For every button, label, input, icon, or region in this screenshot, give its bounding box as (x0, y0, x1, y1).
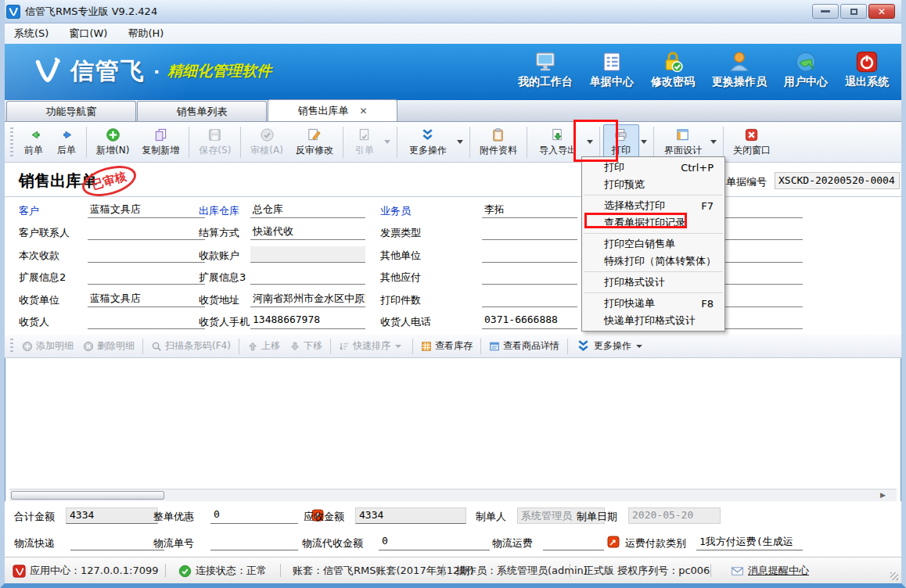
toolbar-button-13[interactable]: 关闭窗口 (727, 124, 777, 160)
tab-2[interactable]: 销售出库单✕ (268, 99, 397, 121)
tab-1[interactable]: 销售单列表 (137, 101, 267, 121)
docno-label: 单据编号 (726, 175, 767, 189)
app-icon (6, 5, 20, 19)
menu-item-1[interactable]: 窗口(W) (69, 27, 107, 41)
statusbar-text[interactable]: 消息提醒中心 (748, 564, 809, 578)
toolbar-button-label: 引单 (355, 144, 374, 157)
toolbar-button-2[interactable]: 新增(N) (90, 124, 135, 160)
banner-nav-document-list[interactable]: 单据中心 (585, 48, 638, 91)
footer-input-9[interactable]: 1我方付运费(生成运 (696, 534, 803, 550)
menu-item-label: 打印预览 (604, 177, 645, 192)
field-input-17[interactable]: 0371-6666888 (482, 313, 577, 329)
field-input-10[interactable] (250, 268, 365, 285)
print-menu-item-7[interactable]: 打印快递单F8 (582, 295, 724, 312)
field-input-2[interactable]: 李拓 (482, 202, 577, 218)
field-label-0: 客户 (19, 204, 39, 218)
detail-button-label: 添加明细 (36, 339, 74, 353)
minimize-button[interactable] (812, 4, 839, 19)
scrollbar-thumb[interactable] (11, 491, 164, 500)
toolbar-button-12[interactable]: 界面设计 (657, 124, 709, 160)
horizontal-scrollbar[interactable]: ▶ (9, 489, 897, 501)
chevron-down-icon[interactable] (587, 140, 593, 144)
banner-nav-power[interactable]: 退出系统 (840, 48, 893, 91)
toolbar-separator (397, 127, 397, 158)
field-input-4[interactable]: 快递代收 (250, 224, 365, 240)
field-input-3[interactable] (88, 224, 205, 240)
footer-input-7[interactable]: 0 (379, 534, 490, 550)
toolbar-button-6[interactable]: 反审修改 (289, 124, 340, 160)
doc-ref-icon (357, 127, 372, 142)
close-button[interactable]: ✕ (868, 4, 895, 19)
monitor-icon (534, 50, 557, 74)
field-input-12[interactable]: 蓝猫文具店 (88, 291, 205, 307)
print-menu-item-0[interactable]: 打印Ctrl+P (582, 159, 724, 176)
banner-nav-user[interactable]: 更换操作员 (707, 48, 771, 91)
chevron-down-icon[interactable] (641, 140, 647, 144)
toolbar-button-8[interactable]: 更多操作 (401, 124, 455, 160)
modify-value-icon[interactable] (607, 536, 620, 548)
document-number-field[interactable]: XSCKD-20200520-0004 (775, 172, 900, 189)
title-bar: 信管飞RMS专业版 V9.2.424 ✕ (0, 0, 906, 23)
field-input-9[interactable] (88, 268, 205, 285)
statusbar-item-5[interactable]: 消息提醒中心 (731, 564, 809, 578)
menu-separator (584, 195, 723, 195)
field-input-16[interactable]: 13488667978 (250, 313, 365, 329)
detail-toolbar-button-8[interactable]: 更多操作 (571, 336, 650, 356)
detail-toolbar-button-6[interactable]: 查看库存 (416, 337, 477, 355)
field-input-15[interactable] (88, 313, 205, 329)
toolbar-button-1[interactable]: 后单 (50, 124, 83, 160)
toolbar-button-11[interactable]: 打印 (603, 124, 639, 160)
print-menu-item-3[interactable]: 查看单据打印记录 (582, 214, 724, 231)
maximize-button[interactable] (840, 4, 867, 19)
scroll-right-arrow[interactable]: ▶ (880, 491, 886, 499)
menu-item-2[interactable]: 帮助(H) (128, 27, 164, 41)
banner-nav-monitor[interactable]: 我的工作台 (513, 48, 577, 91)
menu-item-label: 打印格式设计 (604, 275, 665, 289)
tab-label: 功能导航窗 (46, 105, 97, 119)
print-menu-item-2[interactable]: 选择格式打印F7 (582, 197, 724, 214)
menu-item-label: 打印快递单 (604, 296, 655, 310)
footer-input-5[interactable] (70, 534, 164, 550)
banner-nav-lock[interactable]: 修改密码 (646, 48, 699, 91)
banner-nav-globe[interactable]: 用户中心 (779, 48, 832, 91)
field-input-7[interactable] (250, 246, 365, 263)
print-menu-item-1[interactable]: 打印预览 (582, 176, 724, 193)
field-input-11[interactable] (482, 268, 577, 285)
chevron-down-icon[interactable] (710, 140, 717, 144)
field-input-1[interactable]: 总仓库 (250, 202, 365, 218)
field-input-14[interactable] (482, 291, 577, 307)
footer-label-2: 应收金额 (304, 510, 344, 524)
field-input-0[interactable]: 蓝猫文具店 (88, 202, 205, 218)
plus-circle-icon (106, 127, 120, 142)
toolbar-button-9[interactable]: 附件资料 (473, 124, 523, 160)
footer-input-2: 4334 (355, 507, 466, 524)
menu-item-0[interactable]: 系统(S) (14, 27, 49, 41)
statusbar-separator (710, 564, 711, 577)
arrow-left-icon (27, 127, 41, 142)
toolbar-separator (239, 339, 239, 354)
resize-grip[interactable] (890, 572, 898, 580)
field-label-16: 收货人手机 (199, 315, 250, 329)
toolbar-button-label: 保存(S) (199, 144, 231, 157)
brand-banner: 信管飞 · 精细化管理软件 我的工作台单据中心修改密码更换操作员用户中心退出系统 (5, 44, 901, 100)
statusbar-item-1: 连接状态：正常 (178, 564, 267, 578)
chevron-down-icon[interactable] (457, 140, 463, 144)
field-input-8[interactable] (482, 246, 577, 263)
footer-input-8[interactable] (543, 534, 604, 550)
toolbar-button-10[interactable]: 导入导出 (530, 124, 585, 160)
toolbar-button-0[interactable]: 前单 (17, 124, 50, 160)
footer-input-6[interactable] (210, 534, 298, 550)
statusbar-separator (280, 564, 281, 577)
detail-toolbar-button-7[interactable]: 查看商品详情 (484, 337, 564, 355)
print-menu-item-6[interactable]: 打印格式设计 (582, 274, 724, 291)
print-menu-item-5[interactable]: 特殊打印（简体转繁体） (582, 253, 724, 270)
field-input-13[interactable]: 河南省郑州市金水区中原路 (250, 291, 365, 307)
toolbar-button-3[interactable]: 复制新增 (135, 124, 185, 160)
field-input-6[interactable] (88, 246, 205, 263)
tab-close-icon[interactable]: ✕ (359, 106, 367, 117)
print-menu-item-4[interactable]: 打印空白销售单 (582, 235, 724, 253)
footer-input-1[interactable]: 0 (210, 507, 298, 524)
tab-0[interactable]: 功能导航窗 (6, 101, 136, 121)
field-input-5[interactable] (482, 224, 577, 240)
print-menu-item-8[interactable]: 快递单打印格式设计 (582, 312, 724, 329)
